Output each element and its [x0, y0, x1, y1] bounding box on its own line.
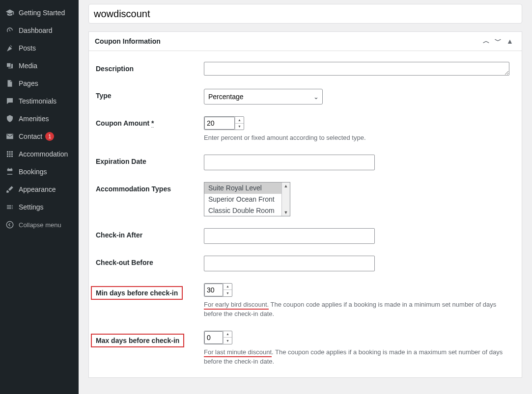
- scrollbar[interactable]: ▲ ▼: [281, 183, 290, 216]
- sidebar-item-posts[interactable]: Posts: [0, 39, 79, 57]
- mail-icon: [5, 131, 15, 141]
- sidebar-item-testimonials[interactable]: Testimonials: [0, 92, 79, 110]
- required-mark: *: [151, 119, 154, 128]
- coupon-amount-input[interactable]: [204, 117, 235, 130]
- type-select[interactable]: Percentage: [204, 89, 323, 105]
- calendar-icon: [5, 167, 15, 177]
- menu-label: Pages: [19, 79, 38, 87]
- notification-badge: 1: [45, 132, 54, 141]
- coupon-title-input[interactable]: [88, 4, 522, 24]
- menu-label: Media: [19, 62, 37, 70]
- scroll-up-icon[interactable]: ▲: [284, 183, 288, 189]
- max-days-help: For last minute discount. The coupon cod…: [204, 347, 515, 367]
- panel-title: Coupon Information: [95, 37, 161, 45]
- sidebar-item-appearance[interactable]: Appearance: [0, 181, 79, 198]
- coupon-info-panel: Coupon Information ︿ ﹀ ▲ Description Typ…: [88, 31, 522, 378]
- description-input[interactable]: [204, 62, 509, 76]
- amenities-icon: [5, 114, 15, 124]
- accommodation-types-select[interactable]: Suite Royal Level Superior Ocean Front C…: [204, 182, 290, 216]
- max-days-label: Max days before check-in: [96, 337, 179, 344]
- accommodation-option[interactable]: Classic Double Room: [204, 205, 281, 216]
- pin-icon: [5, 43, 15, 53]
- max-days-input[interactable]: [204, 331, 223, 344]
- scroll-down-icon[interactable]: ▼: [284, 209, 288, 216]
- accommodation-types-label: Accommodation Types: [96, 182, 204, 193]
- accommodation-option[interactable]: Suite Royal Level: [204, 183, 281, 194]
- sidebar-item-pages[interactable]: Pages: [0, 75, 79, 92]
- spinner-down-icon[interactable]: ▼: [224, 338, 232, 344]
- menu-label: Testimonials: [19, 97, 56, 105]
- panel-down-icon[interactable]: ﹀: [492, 37, 504, 46]
- menu-label: Posts: [19, 44, 36, 52]
- brush-icon: [5, 184, 15, 194]
- panel-toggle-icon[interactable]: ▲: [504, 37, 516, 45]
- sidebar-item-dashboard[interactable]: Dashboard: [0, 22, 79, 39]
- graduation-cap-icon: [5, 8, 15, 18]
- max-days-highlight: Max days before check-in: [91, 334, 184, 347]
- min-days-label: Min days before check-in: [96, 289, 178, 297]
- expiration-label: Expiration Date: [96, 155, 204, 165]
- sidebar-item-bookings[interactable]: Bookings: [0, 163, 79, 181]
- media-icon: [5, 61, 15, 71]
- spinner-down-icon[interactable]: ▼: [224, 290, 232, 296]
- pages-icon: [5, 79, 15, 88]
- menu-label: Getting Started: [19, 9, 65, 17]
- svg-point-0: [6, 221, 13, 228]
- min-days-highlight: Min days before check-in: [91, 286, 183, 300]
- admin-sidebar: Getting Started Dashboard Posts Media Pa…: [0, 0, 79, 394]
- min-days-spinner[interactable]: ▲▼: [223, 284, 232, 296]
- main-content: Coupon Information ︿ ﹀ ▲ Description Typ…: [79, 0, 532, 394]
- spinner-up-icon[interactable]: ▲: [224, 331, 232, 338]
- checkin-after-input[interactable]: [204, 228, 375, 244]
- menu-label: Contact: [19, 132, 42, 140]
- menu-label: Settings: [19, 203, 44, 211]
- spinner-up-icon[interactable]: ▲: [224, 284, 232, 290]
- min-days-help: For early bird discount. The coupon code…: [204, 300, 515, 319]
- min-days-help-lead: For early bird discount.: [204, 301, 269, 310]
- collapse-icon: [5, 220, 15, 230]
- sidebar-item-amenities[interactable]: Amenities: [0, 110, 79, 128]
- amount-spinner[interactable]: ▲▼: [235, 117, 244, 130]
- spinner-up-icon[interactable]: ▲: [235, 117, 244, 124]
- sidebar-item-contact[interactable]: Contact 1: [0, 128, 79, 145]
- description-label: Description: [96, 62, 204, 73]
- dashboard-icon: [5, 26, 15, 35]
- checkout-before-input[interactable]: [204, 256, 375, 271]
- sidebar-item-accommodation[interactable]: Accommodation: [0, 145, 79, 163]
- checkout-before-label: Check-out Before: [96, 256, 204, 266]
- menu-label: Dashboard: [19, 26, 53, 34]
- checkin-after-label: Check-in After: [96, 228, 204, 239]
- panel-header: Coupon Information ︿ ﹀ ▲: [89, 32, 522, 51]
- collapse-label: Collapse menu: [19, 221, 61, 229]
- panel-body: Description Type Percentage ⌄: [89, 51, 522, 377]
- coupon-amount-help: Enter percent or fixed amount according …: [204, 133, 515, 143]
- accommodation-option[interactable]: Superior Ocean Front: [204, 194, 281, 205]
- chat-icon: [5, 96, 15, 106]
- coupon-amount-label: Coupon Amount *: [96, 116, 204, 127]
- sidebar-item-media[interactable]: Media: [0, 57, 79, 75]
- menu-label: Amenities: [19, 115, 49, 123]
- spinner-down-icon[interactable]: ▼: [235, 124, 244, 130]
- grid-icon: [5, 149, 15, 159]
- expiration-input[interactable]: [204, 155, 375, 170]
- max-days-spinner[interactable]: ▲▼: [223, 331, 232, 344]
- panel-up-icon[interactable]: ︿: [480, 37, 492, 46]
- max-days-label-wrap: Max days before check-in: [96, 331, 204, 347]
- sidebar-item-getting-started[interactable]: Getting Started: [0, 4, 79, 22]
- menu-label: Accommodation: [19, 150, 68, 158]
- menu-label: Appearance: [19, 185, 56, 193]
- sidebar-item-settings[interactable]: Settings: [0, 198, 79, 216]
- settings-icon: [5, 202, 15, 212]
- type-label: Type: [96, 89, 204, 100]
- max-days-help-lead: For last minute discount: [204, 348, 272, 357]
- collapse-menu-button[interactable]: Collapse menu: [0, 216, 79, 234]
- menu-label: Bookings: [19, 168, 47, 176]
- min-days-label-wrap: Min days before check-in: [96, 283, 204, 300]
- min-days-input[interactable]: [204, 284, 223, 296]
